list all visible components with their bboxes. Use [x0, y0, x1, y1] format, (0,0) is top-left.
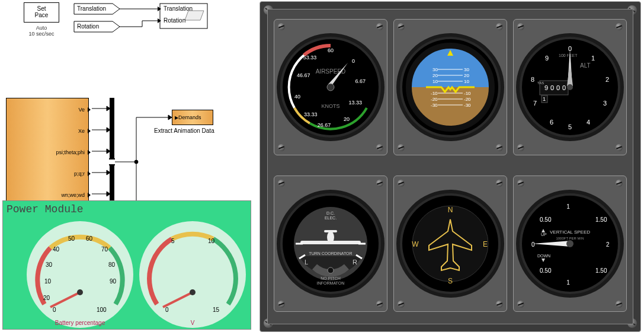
ds-out-ve: Ve: [78, 107, 85, 113]
svg-text:INFORMATON: INFORMATON: [317, 281, 344, 285]
ds-out-psi: psi;theta;phi: [56, 149, 85, 155]
vertical-speed-indicator: VERTICAL SPEED 1000FT PER MIN UP DOWN 0 …: [513, 176, 627, 312]
svg-text:S: S: [448, 277, 453, 285]
translation-in-label: Translation: [77, 5, 106, 12]
svg-text:1: 1: [543, 96, 546, 102]
diagram-mid: Ve Xe psi;theta;phi p;q;r wn;we;wd Measu…: [0, 44, 255, 199]
panel-inner: AIRSPEED KNOTS 60 53.33 46.67 40 33.33 2…: [267, 9, 633, 324]
svg-text:ALT: ALT: [580, 62, 591, 69]
svg-rect-102: [300, 241, 361, 244]
svg-point-49: [327, 84, 334, 91]
svg-text:6.67: 6.67: [355, 78, 366, 84]
svg-text:N: N: [448, 206, 453, 214]
extract-anim-caption: Extract Animation Data: [154, 127, 214, 134]
svg-text:KNOTS: KNOTS: [321, 103, 339, 109]
svg-text:D.C.: D.C.: [326, 211, 335, 215]
turn-coordinator: D.C. ELEC. TURN COORDINATOR L R: [274, 176, 387, 312]
voltage-gauge: 5 10 0 15: [139, 221, 246, 328]
attitude-indicator: 30 30 20 20 10 10 -10 -10 -20 -20 -30 -3…: [393, 19, 507, 155]
power-module: Power Module 30 40 50 60 70 80 10 20 0 1…: [2, 200, 251, 330]
svg-text:W: W: [412, 240, 419, 248]
ds-out-xe: Xe: [78, 128, 85, 134]
svg-text:1: 1: [566, 203, 570, 210]
svg-text:8: 8: [531, 76, 534, 83]
svg-text:10: 10: [464, 79, 469, 84]
svg-text:30: 30: [464, 67, 469, 72]
svg-text:53.33: 53.33: [303, 55, 317, 60]
svg-text:1: 1: [566, 279, 570, 286]
svg-text:9: 9: [545, 55, 549, 62]
svg-text:60: 60: [328, 47, 334, 53]
svg-text:-10: -10: [464, 91, 471, 96]
svg-text:1.50: 1.50: [595, 267, 607, 274]
svg-text:5: 5: [568, 123, 572, 130]
svg-text:3: 3: [603, 100, 607, 107]
svg-point-31: [77, 289, 83, 295]
svg-text:40: 40: [294, 94, 300, 100]
svg-text:1.50: 1.50: [595, 216, 607, 223]
svg-text:26.67: 26.67: [318, 122, 331, 128]
svg-text:20: 20: [344, 116, 350, 122]
svg-text:VERTICAL SPEED: VERTICAL SPEED: [550, 229, 590, 235]
svg-text:0.50: 0.50: [540, 216, 552, 223]
svg-point-32: [140, 222, 245, 327]
svg-text:6: 6: [550, 119, 553, 126]
battery-caption: Battery percentage: [27, 320, 133, 326]
svg-text:0: 0: [352, 58, 355, 64]
svg-text:ELEC.: ELEC.: [325, 216, 337, 220]
svg-text:33.33: 33.33: [304, 111, 318, 117]
diagram-top: Set Pace Auto 10 sec/sec Translation Rot…: [0, 0, 255, 42]
svg-point-22: [134, 160, 138, 164]
ds-out-pqr: p;q;r: [74, 171, 85, 177]
svg-text:0: 0: [556, 84, 560, 91]
instrument-row-2: D.C. ELEC. TURN COORDINATOR L R: [274, 176, 627, 312]
svg-text:0: 0: [531, 241, 535, 248]
svg-point-111: [328, 267, 334, 273]
svg-text:TAS: TAS: [537, 81, 544, 85]
svg-text:1: 1: [591, 55, 595, 62]
svg-text:-20: -20: [431, 97, 438, 102]
rotation-out-label: Rotation: [164, 17, 185, 24]
svg-text:13.33: 13.33: [348, 100, 362, 106]
svg-point-136: [566, 240, 573, 247]
svg-text:L: L: [305, 259, 308, 266]
power-module-title: Power Module: [7, 203, 84, 215]
battery-gauge: 30 40 50 60 70 80 10 20 0 100 90: [27, 221, 133, 328]
svg-point-96: [567, 84, 573, 90]
svg-rect-103: [324, 230, 337, 232]
altimeter: ALT 100 FEET 0 1 2 3 4 5 6 7 8 9: [513, 19, 627, 155]
svg-text:-20: -20: [464, 97, 471, 102]
signal-arrows: [0, 0, 255, 42]
bus-center: [109, 158, 115, 165]
svg-text:-10: -10: [431, 91, 438, 96]
svg-text:9: 9: [544, 84, 548, 91]
translation-out-label: Translation: [164, 5, 193, 12]
svg-text:20: 20: [432, 73, 438, 78]
svg-text:20: 20: [464, 73, 469, 78]
svg-point-115: [412, 206, 488, 282]
svg-text:2: 2: [605, 76, 609, 83]
svg-text:10: 10: [432, 79, 438, 84]
svg-point-34: [190, 289, 196, 295]
instrument-row-1: AIRSPEED KNOTS 60 53.33 46.67 40 33.33 2…: [274, 19, 627, 155]
svg-text:DOWN: DOWN: [537, 254, 550, 258]
extract-anim-block: ▶ Demands: [172, 110, 213, 125]
airspeed-indicator: AIRSPEED KNOTS 60 53.33 46.67 40 33.33 2…: [274, 19, 387, 155]
svg-text:30: 30: [432, 67, 438, 72]
instrument-panel: AIRSPEED KNOTS 60 53.33 46.67 40 33.33 2…: [259, 1, 641, 332]
ds-out-wn: wn;we;wd: [61, 192, 85, 198]
svg-text:-30: -30: [431, 103, 438, 108]
svg-text:0: 0: [562, 84, 566, 91]
voltage-caption: V: [139, 320, 246, 326]
svg-text:4: 4: [587, 119, 590, 126]
svg-text:1000FT PER MIN: 1000FT PER MIN: [556, 237, 584, 240]
svg-text:R: R: [353, 259, 357, 266]
svg-text:NO PITCH: NO PITCH: [321, 276, 340, 280]
svg-text:-30: -30: [464, 103, 471, 108]
svg-text:2: 2: [606, 241, 610, 248]
svg-text:E: E: [483, 240, 488, 248]
svg-text:TURN COORDINATOR: TURN COORDINATOR: [309, 251, 352, 256]
svg-text:0.50: 0.50: [540, 267, 552, 274]
svg-text:UP: UP: [541, 232, 547, 237]
rotation-in-label: Rotation: [77, 23, 99, 30]
